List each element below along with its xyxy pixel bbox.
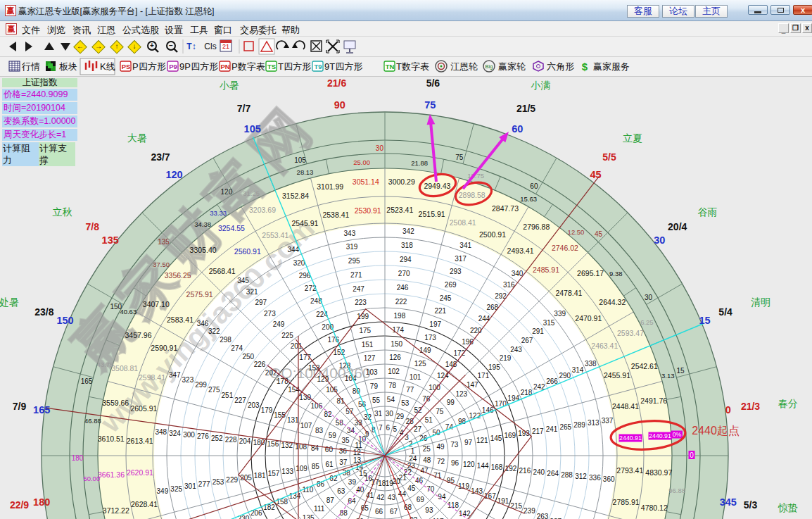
svg-text:82: 82 [324, 411, 333, 418]
svg-text:2949.43: 2949.43 [424, 182, 450, 190]
svg-text:立秋: 立秋 [52, 206, 72, 218]
svg-text:2545.91: 2545.91 [291, 219, 318, 227]
svg-text:T↕: T↕ [186, 42, 196, 51]
svg-text:244: 244 [478, 315, 490, 323]
svg-text:↑: ↑ [115, 42, 119, 50]
svg-text:2515.91: 2515.91 [419, 210, 445, 218]
svg-text:239: 239 [524, 507, 535, 515]
svg-text:323: 323 [182, 376, 194, 384]
svg-text:276: 276 [197, 432, 209, 440]
svg-text:54: 54 [387, 396, 395, 404]
svg-text:226: 226 [254, 361, 266, 368]
svg-text:275: 275 [208, 386, 220, 394]
svg-text:3051.14: 3051.14 [353, 177, 379, 186]
svg-text:63: 63 [337, 487, 345, 495]
svg-text:25.00: 25.00 [353, 158, 370, 166]
svg-text:86: 86 [317, 480, 325, 488]
svg-text:3356.25: 3356.25 [165, 271, 191, 280]
svg-text:2593.47: 2593.47 [617, 329, 644, 337]
svg-text:58: 58 [336, 419, 344, 427]
svg-text:77: 77 [406, 386, 414, 394]
svg-text:清明: 清明 [751, 296, 770, 308]
svg-text:2605.91: 2605.91 [130, 404, 157, 413]
svg-text:298: 298 [220, 336, 231, 344]
svg-text:37: 37 [339, 458, 348, 466]
svg-text:−: − [169, 42, 173, 49]
svg-text:36: 36 [339, 447, 348, 455]
svg-text:78: 78 [388, 382, 397, 389]
svg-text:96.88: 96.88 [668, 487, 685, 494]
svg-text:3.13: 3.13 [661, 372, 675, 380]
svg-text:39: 39 [348, 478, 357, 486]
svg-text:50.00: 50.00 [83, 475, 100, 482]
svg-text:2440.91: 2440.91 [619, 434, 642, 442]
svg-text:126: 126 [389, 354, 401, 361]
svg-text:220: 220 [470, 327, 482, 334]
svg-text:27: 27 [414, 425, 422, 433]
svg-text:9T四方形: 9T四方形 [324, 61, 362, 72]
svg-text:赢家轮: 赢家轮 [498, 61, 526, 72]
svg-text:51: 51 [425, 416, 433, 424]
svg-text:2485.91: 2485.91 [533, 265, 559, 274]
svg-text:315: 315 [543, 319, 555, 327]
svg-text:TS: TS [267, 63, 276, 70]
svg-text:2542.61: 2542.61 [631, 362, 658, 370]
svg-text:103: 103 [366, 368, 378, 376]
svg-text:274: 274 [231, 344, 243, 352]
svg-text:2478.41: 2478.41 [555, 289, 582, 297]
svg-text:5/4: 5/4 [718, 306, 732, 318]
svg-text:4780.12: 4780.12 [641, 504, 668, 512]
svg-text:175: 175 [359, 327, 371, 334]
svg-text:43: 43 [388, 494, 396, 501]
svg-text:300: 300 [183, 431, 195, 439]
svg-text:2644.32: 2644.32 [599, 298, 626, 306]
svg-text:120: 120 [463, 461, 475, 468]
svg-text:24: 24 [409, 455, 417, 463]
svg-text:299: 299 [195, 381, 207, 389]
svg-text:15.63: 15.63 [520, 195, 537, 203]
svg-text:5/5: 5/5 [602, 151, 616, 163]
svg-text:5/3: 5/3 [744, 499, 758, 511]
svg-text:123: 123 [455, 390, 467, 398]
svg-text:PN: PN [220, 63, 229, 70]
svg-text:21: 21 [222, 43, 229, 50]
svg-text:344: 344 [287, 246, 299, 254]
svg-text:124: 124 [437, 372, 449, 380]
svg-text:127: 127 [364, 354, 376, 362]
svg-text:2793.41: 2793.41 [616, 466, 643, 475]
svg-text:165: 165 [81, 377, 93, 385]
svg-text:2746.02: 2746.02 [552, 244, 578, 252]
svg-text:249: 249 [273, 320, 285, 328]
svg-text:小暑: 小暑 [220, 80, 239, 91]
svg-text:59: 59 [329, 432, 337, 439]
svg-text:6: 6 [386, 424, 390, 432]
svg-text:4830.97: 4830.97 [645, 468, 672, 477]
svg-text:0%: 0% [673, 431, 682, 438]
svg-text:170: 170 [495, 400, 507, 408]
svg-text:42: 42 [376, 494, 385, 501]
svg-text:61: 61 [325, 461, 334, 468]
svg-text:9P四方形: 9P四方形 [179, 61, 218, 72]
svg-text:2553.41: 2553.41 [262, 231, 288, 239]
svg-text:49: 49 [436, 443, 445, 451]
svg-text:72: 72 [437, 458, 445, 465]
svg-text:96: 96 [451, 459, 459, 467]
svg-text:2463.41: 2463.41 [591, 342, 618, 350]
svg-text:180: 180 [72, 454, 84, 462]
svg-text:34: 34 [347, 427, 355, 434]
svg-text:144: 144 [477, 462, 489, 470]
svg-text:135: 135 [158, 238, 170, 246]
svg-text:5: 5 [393, 425, 398, 433]
svg-text:121: 121 [476, 437, 488, 444]
svg-text:180: 180 [33, 496, 50, 508]
svg-text:60: 60 [530, 182, 538, 190]
svg-text:301: 301 [184, 482, 196, 490]
svg-text:T数字表: T数字表 [396, 61, 429, 72]
svg-text:小满: 小满 [531, 80, 550, 91]
svg-text:↓: ↓ [133, 42, 137, 50]
svg-text:3101.99: 3101.99 [317, 182, 343, 191]
svg-text:111: 111 [314, 505, 325, 513]
svg-text:P数字表: P数字表 [231, 61, 265, 72]
svg-text:102: 102 [388, 368, 400, 375]
svg-text:294: 294 [400, 256, 412, 263]
